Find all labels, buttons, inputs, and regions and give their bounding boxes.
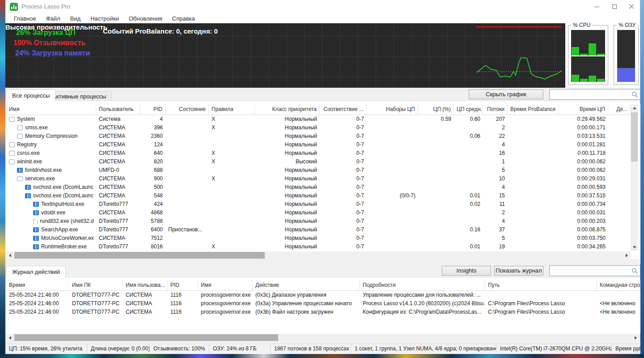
process-row[interactable]: SystemСистема4XНормальный0-70.590.602070… (6, 115, 631, 124)
process-cell-probalance_time (508, 192, 559, 200)
process-row[interactable]: svchost.exe (DcomLaunc...СИСТЕМА548Норма… (6, 192, 631, 200)
process-cell-priority: Нормальный (255, 132, 320, 141)
column-header-cpu_avg[interactable]: ЦП средн. (454, 104, 483, 115)
process-row[interactable]: smss.exeСИСТЕМА396XНормальный0-720:00:00… (6, 124, 631, 132)
process-cell-cpu_sets (367, 243, 418, 251)
log-column-header-name[interactable]: Имя (198, 280, 253, 290)
process-name-cell: TextInputHost.exe (6, 200, 96, 209)
process-cell-rules (209, 141, 255, 149)
process-row[interactable]: svchost.exe (DcomLaunc...СИСТЕМА500Норма… (6, 183, 631, 192)
column-header-pid[interactable]: PID (141, 104, 165, 115)
process-row[interactable]: RuntimeBroker.exeDToretto7778016XНормаль… (6, 243, 631, 251)
column-header-descr[interactable]: Де... (608, 104, 631, 115)
scroll-left-button[interactable] (6, 251, 14, 259)
scroll-right-button[interactable] (623, 251, 631, 259)
process-horizontal-scrollbar[interactable] (6, 251, 631, 259)
section-splitter[interactable] (5, 259, 640, 264)
resize-grip[interactable] (635, 348, 640, 353)
log-search-box (549, 265, 640, 276)
column-header-cpu[interactable]: ЦП (%) (418, 104, 454, 115)
status-cpu: ЦП: 15% время, 26% утилита (5, 344, 87, 354)
log-row[interactable]: 25-05-2024 21:46:00DTORETTO777-PCСИСТЕМА… (6, 308, 640, 316)
scroll-down-button[interactable] (631, 243, 638, 251)
window-icon (17, 134, 23, 139)
log-row[interactable]: 25-05-2024 21:46:00DTORETTO777-PCСИСТЕМА… (6, 291, 640, 299)
process-row[interactable]: RegistryСИСТЕМА124Нормальный0-740:00:01.… (6, 141, 631, 149)
column-header-rules[interactable]: Правила (209, 104, 255, 115)
column-header-cpu_sets[interactable]: Наборы ЦП (367, 104, 418, 115)
log-column-header-time[interactable]: Время (6, 280, 69, 290)
scroll-left-button[interactable] (6, 334, 14, 341)
maximize-button[interactable] (607, 0, 622, 13)
process-name-cell: SearchApp.exe (6, 226, 96, 234)
tab-page-band (5, 101, 640, 104)
vertical-scroll-thumb[interactable] (631, 112, 638, 162)
tab-all-processes[interactable]: Все процессы (6, 90, 55, 102)
process-cell-affinity: 0-7 (320, 192, 367, 200)
column-header-affinity[interactable]: Соответствие ... (320, 104, 367, 115)
process-cell-probalance_time (508, 132, 559, 141)
column-header-threads[interactable]: Потоки (483, 104, 508, 115)
process-row[interactable]: fontdrvhost.exeUMFD-0688Нормальный0-750:… (6, 166, 631, 175)
process-row[interactable]: services.exeСИСТЕМА900XНормальный0-7100:… (6, 175, 631, 183)
horizontal-scroll-thumb[interactable] (14, 334, 278, 341)
tab-action-log[interactable]: Журнал действий (6, 266, 66, 278)
process-row[interactable]: csrss.exeСИСТЕМА640XНормальный0-7160:00:… (6, 149, 631, 158)
log-column-header-user[interactable]: Имя пользова... (123, 280, 168, 290)
log-column-header-cmdline[interactable]: Командная строка (597, 280, 640, 290)
scroll-up-button[interactable] (631, 104, 638, 112)
process-search-input[interactable] (551, 90, 629, 99)
menu-updates[interactable]: Обновления (124, 14, 167, 23)
cpu-core-bar (589, 43, 596, 55)
log-search-input[interactable] (551, 266, 629, 275)
minimize-button[interactable] (589, 0, 604, 13)
log-cell-time: 25-05-2024 21:46:00 (6, 291, 69, 299)
process-cell-state (165, 124, 209, 132)
menu-settings[interactable]: Настройки (85, 14, 124, 23)
log-column-header-pid[interactable]: PID (168, 280, 198, 290)
process-cell-descr (608, 158, 631, 166)
process-cell-descr (608, 149, 631, 158)
process-name-cell: csrss.exe (6, 149, 96, 158)
process-cell-state (165, 175, 209, 183)
column-header-probalance_time[interactable]: Время ProBalance (508, 104, 559, 115)
process-row[interactable]: Memory CompressionСИСТЕМА2360Нормальный0… (6, 132, 631, 141)
menu-main[interactable]: Главное (9, 14, 41, 23)
log-column-header-details[interactable]: Подробности (360, 280, 485, 290)
menu-file[interactable]: Файл (41, 14, 65, 23)
log-column-header-path[interactable]: Путь (485, 280, 597, 290)
column-header-user[interactable]: Пользователь (96, 104, 141, 115)
tab-active-processes[interactable]: Активные процессы (47, 91, 112, 101)
process-row[interactable]: vdsldr.exeСИСТЕМА4868Нормальный0-720:00:… (6, 209, 631, 217)
log-column-header-pc[interactable]: Имя ПК (69, 280, 123, 290)
process-cell-affinity: 0-7 (320, 115, 367, 124)
menu-help[interactable]: Справка (167, 14, 200, 23)
log-horizontal-scrollbar[interactable] (6, 334, 640, 341)
process-cell-user: Система (96, 115, 141, 124)
process-row[interactable]: TextInputHost.exeDToretto777424Нормальны… (6, 200, 631, 209)
close-button[interactable] (624, 0, 639, 13)
column-header-cpu_time[interactable]: Время ЦП (559, 104, 608, 115)
process-vertical-scrollbar[interactable] (631, 104, 638, 251)
process-cell-cpu (418, 132, 454, 141)
column-header-priority[interactable]: Класс приоритета (255, 104, 320, 115)
process-row[interactable]: wininit.exeСИСТЕМА820XВысокий0-710:00:00… (6, 158, 631, 166)
process-cell-affinity: 0-7 (320, 226, 367, 234)
horizontal-scroll-thumb[interactable] (14, 252, 265, 259)
hide-graph-button[interactable]: Скрыть график (469, 90, 543, 99)
column-header-name[interactable]: Имя (6, 104, 96, 115)
column-header-state[interactable]: Состояние (165, 104, 209, 115)
log-cell-time: 25-05-2024 21:46:00 (6, 308, 69, 316)
process-row[interactable]: rundll32.exe (shell32.d...DToretto777578… (6, 217, 631, 226)
log-row[interactable]: 25-05-2024 21:46:00DTORETTO777-PCСИСТЕМА… (6, 299, 640, 308)
process-row[interactable]: SearchApp.exeDToretto7776400Приостанов..… (6, 226, 631, 234)
log-column-header-action[interactable]: Действие (253, 280, 360, 290)
scroll-right-button[interactable] (632, 334, 640, 341)
process-cell-threads: 15 (483, 192, 508, 200)
insights-button[interactable]: Insights (442, 266, 491, 276)
log-cell-pid: 1116 (168, 291, 198, 299)
process-name-label: Memory Compression (25, 132, 77, 141)
menu-view[interactable]: Вид (65, 14, 86, 23)
process-row[interactable]: MoUsoCoreWorker.exeСИСТЕМА7512Нормальный… (6, 234, 631, 243)
show-log-button[interactable]: Показать журнал (494, 266, 543, 276)
